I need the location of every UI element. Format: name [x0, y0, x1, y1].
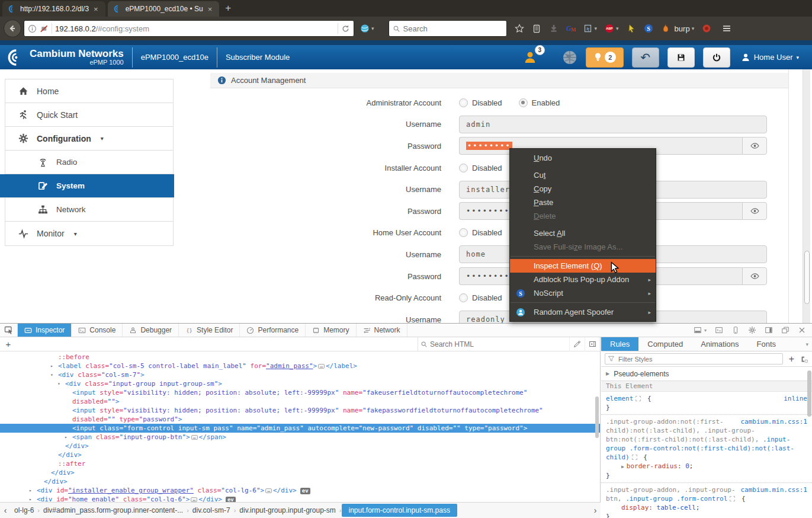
globe-icon[interactable]: [562, 50, 577, 65]
expander-arrow-icon[interactable]: ▸: [65, 433, 68, 442]
rules-scrollbar-thumb[interactable]: [807, 370, 811, 417]
rule-gear-icon[interactable]: [636, 396, 641, 401]
markup-line[interactable]: disabled="">: [0, 397, 600, 406]
screenshot-addon-button[interactable]: ▾: [583, 24, 598, 33]
stylesheet-link[interactable]: cambium.min.css:1: [740, 485, 807, 494]
browser-tab-1[interactable]: http://192.168.0.2/dl/3 ×: [2, 1, 105, 17]
collapsed-content-icon[interactable]: …: [191, 435, 198, 440]
greasemonkey-button[interactable]: GM: [566, 24, 576, 33]
rule-gear-icon[interactable]: [730, 496, 735, 501]
proxy-addon-button[interactable]: ▾: [360, 24, 374, 33]
bookmark-star-button[interactable]: [515, 24, 524, 33]
responsive-mode-icon[interactable]: [731, 326, 740, 334]
collapsed-content-icon[interactable]: …: [191, 497, 197, 502]
sidebar-item-network[interactable]: Network: [5, 198, 173, 222]
radio-enabled[interactable]: [519, 98, 528, 107]
markup-line[interactable]: </div>: [0, 450, 600, 459]
bookmarks-menu-button[interactable]: [532, 24, 541, 33]
devtools-tab-debugger[interactable]: Debugger: [123, 324, 179, 337]
windows-icon[interactable]: [781, 326, 789, 334]
breadcrumb-scroll-left[interactable]: ‹: [0, 506, 11, 515]
url-bar[interactable]: 192.168.0.2/#config:system: [24, 20, 354, 37]
markup-line[interactable]: ::before: [0, 353, 600, 362]
menu-item-paste[interactable]: Paste: [510, 196, 656, 209]
sidebar-item-configuration[interactable]: Configuration▾: [5, 127, 173, 151]
tab-close-icon[interactable]: ×: [92, 5, 100, 14]
markup-line[interactable]: ▸<div id="installer_enable_group_wrapper…: [0, 486, 600, 495]
pseudo-elements-header[interactable]: ▶Pseudo-elements: [601, 367, 812, 381]
sidebar-item-home[interactable]: Home: [5, 79, 173, 103]
markup-line[interactable]: ▸<label class="col-sm-5 control-label ma…: [0, 362, 600, 370]
reload-icon[interactable]: [341, 24, 350, 33]
markup-line[interactable]: disabled="" type="password">: [0, 415, 600, 424]
back-button[interactable]: [4, 20, 21, 37]
markup-line[interactable]: ▸<span class="input-group-btn">…</span>: [0, 433, 600, 442]
tree-scrollbar-thumb[interactable]: [595, 397, 599, 438]
sidebar-item-radio[interactable]: Radio: [5, 151, 173, 174]
undo-button[interactable]: ↶: [632, 47, 659, 68]
sidebar-item-system[interactable]: System: [0, 174, 174, 198]
save-button[interactable]: [667, 47, 695, 68]
noscript-button[interactable]: S: [644, 24, 653, 33]
hamburger-menu-button[interactable]: [722, 24, 731, 33]
devtools-tab-network[interactable]: Network: [357, 324, 407, 337]
devtools-tab-memory[interactable]: Memory: [306, 324, 356, 337]
sidebar-tab-fonts[interactable]: Fonts: [748, 337, 785, 351]
filter-styles-input[interactable]: [605, 353, 783, 364]
tab-close-icon[interactable]: ×: [207, 5, 214, 14]
expander-arrow-icon[interactable]: ▾: [57, 379, 60, 388]
devtools-tab-inspector[interactable]: Inspector: [18, 324, 72, 337]
downloads-button[interactable]: [549, 24, 559, 33]
reboot-button[interactable]: [703, 47, 730, 68]
new-tab-button[interactable]: +: [219, 2, 237, 17]
stylesheet-link[interactable]: cambium.min.css:1: [740, 417, 807, 426]
radio-disabled[interactable]: [459, 228, 468, 237]
search-bar[interactable]: [389, 20, 507, 37]
markup-line[interactable]: </div>: [0, 468, 600, 477]
expander-arrow-icon[interactable]: ▸: [50, 362, 53, 370]
hints-button[interactable]: 2: [586, 47, 624, 68]
rule-gear-icon[interactable]: [632, 455, 637, 460]
breadcrumb-scroll-right[interactable]: ›: [590, 506, 601, 515]
eyedropper-button[interactable]: [569, 337, 585, 351]
user-menu[interactable]: Home User ▾: [741, 53, 799, 62]
sidebar-tab-computed[interactable]: Computed: [638, 337, 692, 351]
radio-disabled[interactable]: [459, 164, 468, 172]
chevron-down-icon[interactable]: ▾: [805, 341, 812, 347]
close-icon[interactable]: [798, 326, 806, 334]
page-scrollbar[interactable]: [803, 69, 810, 323]
radio-disabled[interactable]: [459, 293, 468, 302]
css-property[interactable]: ▶border-radius: 0;: [606, 462, 807, 471]
expander-arrow-icon[interactable]: ▸: [29, 486, 32, 495]
markup-line[interactable]: ▾<div class="input-group input-group-sm"…: [0, 379, 600, 388]
radio-disabled[interactable]: [459, 98, 468, 107]
devtools-tab-performance[interactable]: Performance: [240, 324, 306, 337]
show-password-button[interactable]: [742, 267, 767, 285]
notifications-button[interactable]: 3: [523, 50, 537, 65]
toggle-classes-icon[interactable]: [800, 355, 808, 363]
markup-line[interactable]: <input style="visibility: hidden; positi…: [0, 406, 600, 415]
menu-item-cut[interactable]: Cut: [510, 168, 656, 182]
sidebar-item-quick-start[interactable]: Quick Start: [5, 103, 173, 127]
add-node-button[interactable]: +: [0, 339, 17, 349]
stylesheet-link[interactable]: inline: [784, 394, 807, 403]
expander-arrow-icon[interactable]: ▾: [50, 370, 53, 379]
expander-arrow-icon[interactable]: ▶: [621, 464, 624, 469]
event-badge[interactable]: ev: [300, 488, 310, 494]
burp-button[interactable]: burp▾: [661, 24, 695, 33]
pick-element-button[interactable]: [0, 324, 18, 337]
add-rule-button[interactable]: +: [788, 354, 795, 364]
markup-line[interactable]: ▾<div class="col-sm-7">: [0, 370, 600, 379]
devtools-tab-style-editor[interactable]: {}Style Editor: [179, 324, 240, 337]
pointer-addon-button[interactable]: [627, 24, 636, 33]
breadcrumb-item[interactable]: ol-lg-6: [11, 504, 37, 516]
markup-line[interactable]: </div>: [0, 442, 600, 450]
search-input[interactable]: [403, 24, 492, 33]
search-html-input[interactable]: [418, 338, 569, 351]
url-text[interactable]: 192.168.0.2/#config:system: [55, 24, 335, 33]
menu-item-copy[interactable]: Copy: [510, 182, 656, 196]
css-property[interactable]: display: table-cell;: [606, 503, 807, 512]
record-addon-button[interactable]: [702, 24, 711, 33]
sidebar-tab-animations[interactable]: Animations: [692, 337, 747, 351]
page-info-icon[interactable]: [28, 24, 37, 33]
